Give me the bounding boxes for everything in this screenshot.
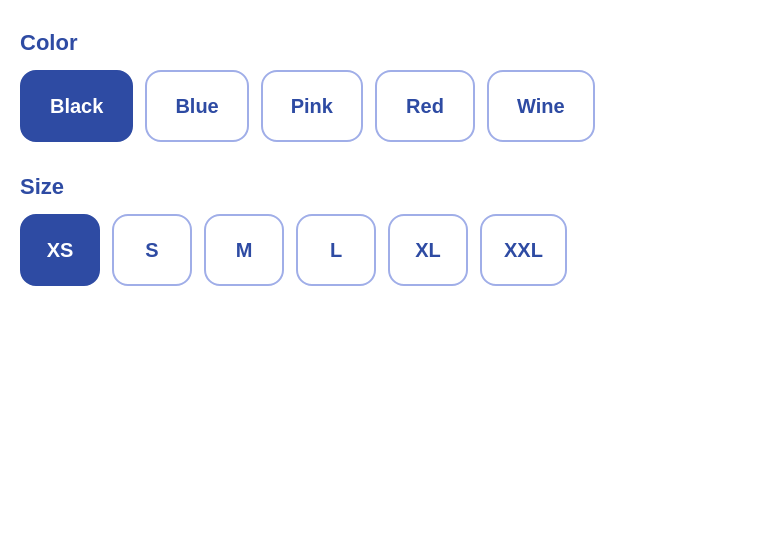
color-option-red[interactable]: Red [375, 70, 475, 142]
size-options-group: XS S M L XL XXL [20, 214, 595, 286]
size-option-l[interactable]: L [296, 214, 376, 286]
color-section: Color Black Blue Pink Red Wine [20, 30, 595, 142]
color-options-group: Black Blue Pink Red Wine [20, 70, 595, 142]
color-option-black[interactable]: Black [20, 70, 133, 142]
size-section: Size XS S M L XL XXL [20, 174, 595, 286]
size-option-xl[interactable]: XL [388, 214, 468, 286]
size-option-xs[interactable]: XS [20, 214, 100, 286]
size-option-m[interactable]: M [204, 214, 284, 286]
color-option-pink[interactable]: Pink [261, 70, 363, 142]
color-label: Color [20, 30, 595, 56]
color-option-wine[interactable]: Wine [487, 70, 595, 142]
size-option-s[interactable]: S [112, 214, 192, 286]
color-option-blue[interactable]: Blue [145, 70, 248, 142]
main-container: Color Black Blue Pink Red Wine Size XS S… [20, 30, 595, 286]
size-option-xxl[interactable]: XXL [480, 214, 567, 286]
size-label: Size [20, 174, 595, 200]
